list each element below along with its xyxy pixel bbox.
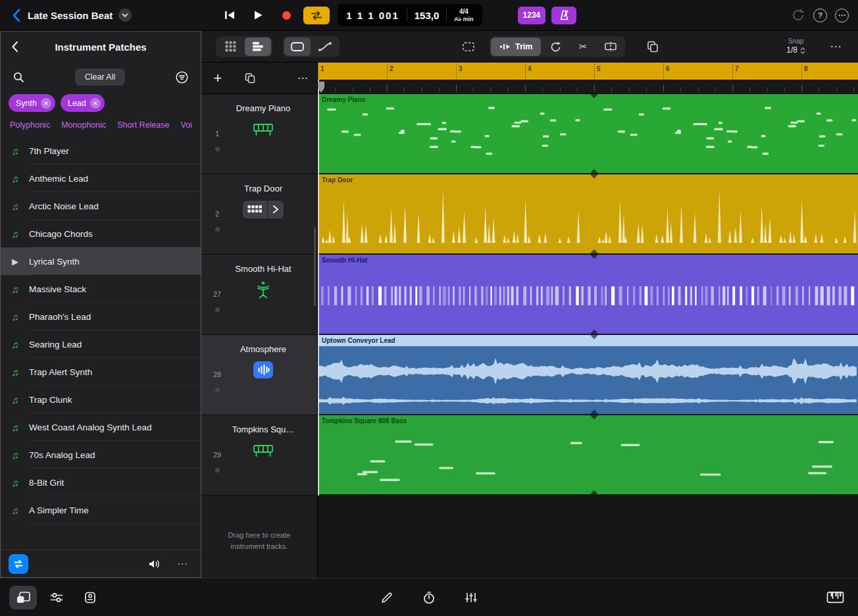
patch-list-item[interactable]: ▶ Lyrical Synth [1,247,201,275]
region[interactable]: Smooth Hi-Hat [318,255,858,334]
track-icon[interactable] [229,360,297,380]
beat-tick [473,88,474,91]
track-icon-button[interactable] [243,201,284,218]
browser-more-button[interactable]: ⋯ [172,554,193,574]
preview-volume-button[interactable] [144,554,165,574]
patch-replace-button[interactable] [9,554,28,574]
loop-tool-button[interactable] [542,38,568,56]
patch-list-item[interactable]: ♫ 7th Player [1,137,201,165]
patch-list-item[interactable]: ♫ Massive Stack [1,275,201,303]
remove-tag-icon[interactable]: ✕ [41,98,51,109]
go-to-beginning-button[interactable] [218,6,241,24]
track-icon[interactable] [229,119,297,139]
track-lane[interactable]: Tompkins Square 808 Bass [318,415,858,496]
bar-number: 4 [528,65,532,72]
track-lane[interactable]: Smooth Hi-Hat [318,255,858,335]
beat-ruler[interactable] [318,80,858,94]
piano-keyboard-button[interactable] [821,586,849,609]
track-icon-button[interactable] [253,361,273,378]
count-in-button[interactable]: 1234 [518,7,546,24]
track-icon[interactable] [229,199,297,219]
patch-list-item[interactable]: ♫ Searing Lead [1,330,201,358]
patch-list-item[interactable]: ♫ Trap Alert Synth [1,358,201,386]
project-title-menu-button[interactable] [118,9,132,22]
grid-view-button[interactable] [217,38,243,56]
back-chevron-icon[interactable] [9,6,22,24]
tracks-scrollbar[interactable] [314,227,316,306]
track-header[interactable]: 2 Trap Door [201,174,317,255]
patch-list-item[interactable]: ♫ 8-Bit Grit [1,469,201,496]
mixer-sliders-icon [49,592,64,603]
transform-tool-button[interactable] [455,38,482,56]
track-header[interactable]: 1 Dreamy Piano [201,94,317,174]
filter-category[interactable]: Monophonic [61,120,106,130]
track-lane[interactable]: Uptown Conveyor Lead [318,335,858,415]
history-button[interactable] [791,8,805,22]
piano-icon [252,442,274,458]
bar-ruler[interactable]: 12345678 [318,63,858,80]
clear-all-button[interactable]: Clear All [75,68,126,86]
lcd-display[interactable]: 1 1 1 001 153,0 4/4 A♭ min [338,4,482,26]
help-button[interactable]: ? [813,9,827,22]
tracks-view-button[interactable] [245,38,271,56]
track-lane[interactable]: Dreamy Piano [318,94,858,174]
toolbar-more-button[interactable]: ⋯ [822,38,849,56]
play-button[interactable] [247,6,269,24]
patch-list-item[interactable]: ♫ Arctic Noise Lead [1,192,201,220]
search-button[interactable] [10,67,27,87]
metronome-button[interactable] [551,7,576,24]
track-name: Atmosphere [229,344,297,354]
filter-category[interactable]: Polyphonic [10,120,50,130]
mixer-button[interactable] [43,586,70,609]
track-header[interactable]: 27 Smooth Hi-Hat [201,255,317,335]
patch-list-item[interactable]: ♫ 70s Analog Lead [1,441,201,469]
plugins-button[interactable] [76,586,104,609]
pencil-tool-button[interactable] [373,586,401,609]
more-options-button[interactable]: ⋯ [835,9,849,22]
project-title[interactable]: Late Session Beat [28,10,113,21]
split-tool-button[interactable]: ✂ [570,38,596,56]
track-icon[interactable] [229,280,297,299]
divide-tool-button[interactable] [597,38,624,56]
track-options-button[interactable]: ⋯ [297,72,308,84]
automation-tool-button[interactable] [312,38,338,56]
filter-button[interactable] [173,67,191,87]
track-header[interactable]: 28 Atmosphere [201,335,317,415]
trim-tool-button[interactable]: Trim [491,38,541,56]
copy-tool-button[interactable] [640,38,666,56]
filter-category[interactable]: Short Release [117,120,169,130]
snap-control[interactable]: Snap 1/8 [786,38,805,56]
patch-list-item[interactable]: ♫ West Coast Analog Synth Lead [1,413,201,441]
region[interactable]: Tompkins Square 808 Bass [318,415,858,494]
timeline[interactable]: 12345678 Dreamy Piano Trap Door Smooth H… [318,63,858,578]
region[interactable]: Dreamy Piano [318,94,858,173]
marquee-tool-button[interactable] [284,38,311,56]
patch-list-item[interactable]: ♫ Pharaoh's Lead [1,303,201,330]
record-button[interactable] [275,6,297,24]
track-icon[interactable] [229,440,297,460]
levels-button[interactable] [457,586,485,609]
expand-track-button[interactable] [267,201,284,218]
add-track-button[interactable]: + [211,68,225,88]
track-number: 29 [209,451,225,459]
chevron-left-icon [11,41,18,53]
remove-tag-icon[interactable]: ✕ [90,98,101,109]
filter-tag[interactable]: Synth ✕ [9,94,55,112]
track-lane[interactable]: Trap Door [318,174,858,255]
tempo-metronome-button[interactable] [415,586,443,609]
filter-tag[interactable]: Lead ✕ [61,94,105,112]
duplicate-track-button[interactable] [242,68,258,88]
patch-list-item[interactable]: ♫ Trap Clunk [1,386,201,413]
waveform-icon [257,364,270,376]
track-header[interactable]: 29 Tompkins Squ… [201,415,317,496]
region[interactable]: Trap Door [318,174,858,253]
browser-back-button[interactable] [6,32,23,62]
playhead-handle[interactable] [318,82,324,93]
region[interactable]: Uptown Conveyor Lead [318,335,858,414]
filter-category[interactable]: Voi [180,120,191,130]
cycle-button[interactable] [303,7,330,24]
patch-list-item[interactable]: ♫ Chicago Chords [1,220,201,247]
browser-toggle-button[interactable] [9,586,37,609]
patch-list-item[interactable]: ♫ A Simpler Time [1,496,201,524]
patch-list-item[interactable]: ♫ Anthemic Lead [1,165,201,192]
